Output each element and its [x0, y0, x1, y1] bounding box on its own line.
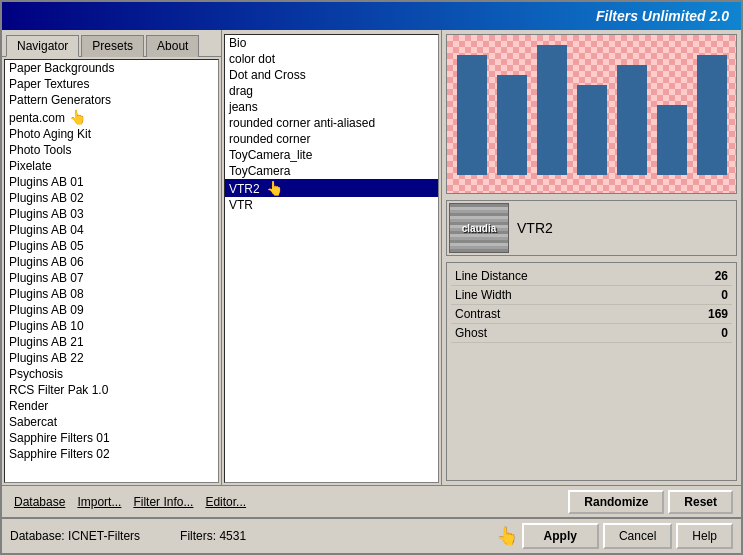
param-value: 0: [698, 288, 728, 302]
filters-value: 4531: [219, 529, 246, 543]
filter-thumbnail: claudia: [449, 203, 509, 253]
param-name: Line Distance: [455, 269, 528, 283]
filter-list-item-sapphire02[interactable]: Sapphire Filters 02: [5, 446, 218, 462]
right-panel: claudia VTR2 Line Distance26Line Width0C…: [442, 30, 741, 485]
database-button[interactable]: Database: [10, 493, 69, 511]
effect-list-item-rounded-corner[interactable]: rounded corner: [225, 131, 438, 147]
tab-bar: Navigator Presets About: [2, 30, 221, 57]
params-panel: Line Distance26Line Width0Contrast169Gho…: [446, 262, 737, 481]
preview-shape-6: [657, 105, 687, 175]
preview-shape-5: [617, 65, 647, 175]
middle-panel: Biocolor dotDot and Crossdragjeansrounde…: [222, 30, 442, 485]
filter-list[interactable]: Paper BackgroundsPaper TexturesPattern G…: [4, 59, 219, 483]
param-row: Line Width0: [451, 286, 732, 305]
filter-list-item-paper-bg[interactable]: Paper Backgrounds: [5, 60, 218, 76]
title-bar: Filters Unlimited 2.0: [2, 2, 741, 30]
filter-list-item-plugins-ab06[interactable]: Plugins AB 06: [5, 254, 218, 270]
filter-list-item-rcs-filter[interactable]: RCS Filter Pak 1.0: [5, 382, 218, 398]
param-name: Line Width: [455, 288, 512, 302]
param-value: 0: [698, 326, 728, 340]
filter-list-item-plugins-ab05[interactable]: Plugins AB 05: [5, 238, 218, 254]
tab-about[interactable]: About: [146, 35, 199, 57]
effect-list[interactable]: Biocolor dotDot and Crossdragjeansrounde…: [224, 34, 439, 483]
effect-list-item-color-dot[interactable]: color dot: [225, 51, 438, 67]
hand-icon: 👆: [496, 525, 518, 547]
filter-list-item-plugins-ab03[interactable]: Plugins AB 03: [5, 206, 218, 222]
cancel-button[interactable]: Cancel: [603, 523, 672, 549]
param-value: 169: [698, 307, 728, 321]
filter-list-item-pentacom[interactable]: penta.com👆: [5, 108, 218, 126]
main-window: Filters Unlimited 2.0 Navigator Presets …: [0, 0, 743, 555]
randomize-button[interactable]: Randomize: [568, 490, 664, 514]
effect-list-item-bio[interactable]: Bio: [225, 35, 438, 51]
filter-name-display: VTR2: [517, 220, 553, 236]
left-panel: Navigator Presets About Paper Background…: [2, 30, 222, 485]
database-value: ICNET-Filters: [68, 529, 140, 543]
filter-list-item-plugins-ab21[interactable]: Plugins AB 21: [5, 334, 218, 350]
filter-list-item-psychosis[interactable]: Psychosis: [5, 366, 218, 382]
effect-list-item-dot-cross[interactable]: Dot and Cross: [225, 67, 438, 83]
preview-shape-7: [697, 55, 727, 175]
status-bar: Database: ICNET-Filters Filters: 4531 👆 …: [2, 517, 741, 553]
param-row: Line Distance26: [451, 267, 732, 286]
filter-list-item-plugins-ab07[interactable]: Plugins AB 07: [5, 270, 218, 286]
filter-list-item-sabercat[interactable]: Sabercat: [5, 414, 218, 430]
apply-section: 👆 Apply Cancel Help: [496, 523, 733, 549]
filter-list-item-render[interactable]: Render: [5, 398, 218, 414]
help-button[interactable]: Help: [676, 523, 733, 549]
filter-list-item-pattern-gen[interactable]: Pattern Generators: [5, 92, 218, 108]
filter-list-item-photo-tools[interactable]: Photo Tools: [5, 142, 218, 158]
effect-list-item-toycamera[interactable]: ToyCamera: [225, 163, 438, 179]
effect-list-item-rounded-corner-aa[interactable]: rounded corner anti-aliased: [225, 115, 438, 131]
param-name: Ghost: [455, 326, 487, 340]
import-button[interactable]: Import...: [73, 493, 125, 511]
tab-presets[interactable]: Presets: [81, 35, 144, 57]
filter-list-item-plugins-ab08[interactable]: Plugins AB 08: [5, 286, 218, 302]
param-row: Contrast169: [451, 305, 732, 324]
filter-info-panel: claudia VTR2: [446, 200, 737, 256]
filter-list-item-plugins-ab04[interactable]: Plugins AB 04: [5, 222, 218, 238]
filter-list-item-pixelate[interactable]: Pixelate: [5, 158, 218, 174]
main-content: Navigator Presets About Paper Background…: [2, 30, 741, 485]
filter-info-button[interactable]: Filter Info...: [129, 493, 197, 511]
preview-bg: [447, 35, 736, 193]
param-row: Ghost0: [451, 324, 732, 343]
database-label: Database:: [10, 529, 65, 543]
filter-list-item-plugins-ab22[interactable]: Plugins AB 22: [5, 350, 218, 366]
preview-shape-4: [577, 85, 607, 175]
effect-list-item-vtr2[interactable]: VTR2👆: [225, 179, 438, 197]
filter-list-item-plugins-ab10[interactable]: Plugins AB 10: [5, 318, 218, 334]
preview-shape-3: [537, 45, 567, 175]
editor-button[interactable]: Editor...: [201, 493, 250, 511]
filter-list-item-plugins-ab02[interactable]: Plugins AB 02: [5, 190, 218, 206]
filter-list-item-paper-tex[interactable]: Paper Textures: [5, 76, 218, 92]
filter-list-item-plugins-ab01[interactable]: Plugins AB 01: [5, 174, 218, 190]
thumb-label: claudia: [462, 223, 496, 234]
param-name: Contrast: [455, 307, 500, 321]
bottom-toolbar: Database Import... Filter Info... Editor…: [2, 485, 741, 517]
filter-list-item-plugins-ab09[interactable]: Plugins AB 09: [5, 302, 218, 318]
tab-navigator[interactable]: Navigator: [6, 35, 79, 57]
effect-list-item-drag[interactable]: drag: [225, 83, 438, 99]
param-value: 26: [698, 269, 728, 283]
effect-list-item-toycamera-lite[interactable]: ToyCamera_lite: [225, 147, 438, 163]
preview-shape-1: [457, 55, 487, 175]
filter-list-item-sapphire01[interactable]: Sapphire Filters 01: [5, 430, 218, 446]
reset-button[interactable]: Reset: [668, 490, 733, 514]
apply-button[interactable]: Apply: [522, 523, 599, 549]
preview-area: [446, 34, 737, 194]
effect-list-item-vtr[interactable]: VTR: [225, 197, 438, 213]
effect-list-item-jeans[interactable]: jeans: [225, 99, 438, 115]
status-filters: Filters: 4531: [180, 529, 246, 543]
app-title: Filters Unlimited 2.0: [596, 8, 729, 24]
filter-list-item-photo-aging[interactable]: Photo Aging Kit: [5, 126, 218, 142]
filters-label: Filters:: [180, 529, 216, 543]
status-database: Database: ICNET-Filters: [10, 529, 140, 543]
preview-shape-2: [497, 75, 527, 175]
